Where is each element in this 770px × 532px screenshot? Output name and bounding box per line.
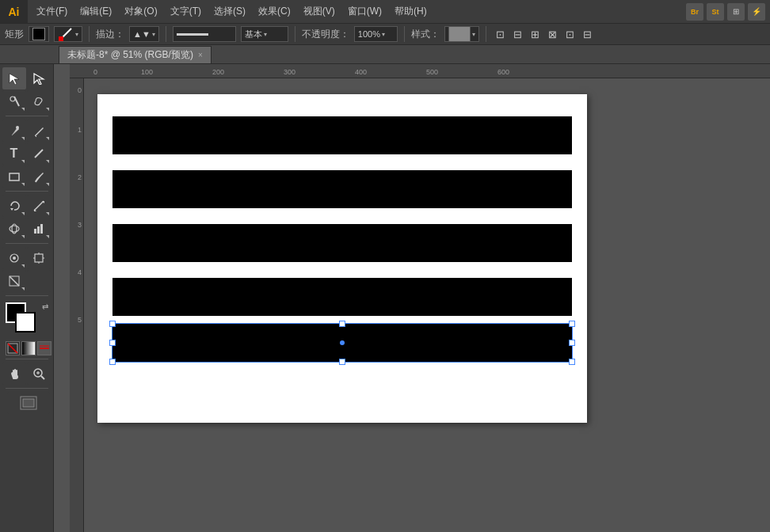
align-btn-1[interactable]: ⊡: [493, 26, 509, 42]
warp-tool[interactable]: [2, 218, 26, 240]
stroke-pen-icon: [58, 26, 74, 42]
tool-row-9: [2, 270, 51, 292]
stripe-4: [112, 278, 572, 316]
scale-tool[interactable]: [27, 195, 51, 217]
paintbrush-icon: [32, 170, 45, 183]
menu-view[interactable]: 视图(V): [298, 3, 341, 20]
handle-bm[interactable]: [339, 359, 345, 365]
pen-tool[interactable]: [2, 120, 26, 142]
stroke-type-arrow: ▾: [264, 31, 267, 38]
tab-close-btn[interactable]: ×: [198, 51, 203, 59]
svg-marker-10: [10, 208, 13, 211]
stripe-3: [112, 224, 572, 262]
stroke-type-box[interactable]: 基本 ▾: [241, 26, 288, 42]
workspace-icon[interactable]: ⊞: [727, 3, 745, 21]
search-icon[interactable]: ⚡: [748, 3, 765, 21]
pencil-icon: [32, 124, 45, 137]
zoom-tool[interactable]: [27, 363, 51, 385]
toolbar-sep-4: [6, 295, 48, 296]
swap-colors-icon[interactable]: ⇄: [42, 302, 48, 311]
stroke-size-arrow: ▾: [152, 31, 155, 38]
align-btn-5[interactable]: ⊡: [562, 26, 578, 42]
symbol-tool[interactable]: [2, 247, 26, 269]
ruler-v-mark-200: 2: [78, 173, 82, 181]
align-btn-2[interactable]: ⊟: [510, 26, 526, 42]
handle-mr[interactable]: [569, 340, 575, 346]
pattern-btn[interactable]: [37, 341, 51, 355]
handle-ml[interactable]: [109, 340, 116, 346]
menu-help[interactable]: 帮助(H): [389, 3, 433, 20]
rotate-tool[interactable]: [2, 195, 26, 217]
handle-tr[interactable]: [569, 321, 575, 327]
align-btn-3[interactable]: ⊞: [528, 26, 543, 42]
menu-text[interactable]: 文字(T): [165, 3, 207, 20]
stroke-type-label: 基本: [245, 28, 262, 40]
sep1: [89, 26, 90, 42]
ruler-mark-300: 300: [284, 68, 295, 76]
text-tool[interactable]: T: [2, 142, 26, 165]
gradient-btn[interactable]: [21, 341, 36, 355]
tool-row-4: T: [2, 142, 51, 165]
menu-file[interactable]: 文件(F): [31, 3, 73, 20]
text-arrow: [21, 160, 25, 163]
svg-point-5: [10, 97, 15, 101]
selected-stripe[interactable]: [112, 324, 572, 362]
svg-rect-37: [23, 399, 34, 407]
direct-select-tool[interactable]: [27, 67, 51, 89]
svg-marker-3: [34, 74, 44, 85]
menu-select[interactable]: 选择(S): [208, 3, 251, 20]
ruler-v-mark-400: 4: [78, 268, 82, 276]
handle-tl[interactable]: [109, 321, 116, 327]
text-icon: T: [10, 146, 18, 161]
stock-icon[interactable]: St: [707, 3, 724, 21]
svg-rect-1: [59, 36, 63, 41]
graph-tool[interactable]: [27, 218, 51, 240]
style-preview-box[interactable]: ▾: [444, 26, 479, 42]
pencil-tool[interactable]: [27, 120, 51, 142]
none-fill-btn[interactable]: [6, 341, 20, 355]
handle-tm[interactable]: [339, 321, 345, 327]
toolbar-sep-3: [6, 243, 48, 244]
select-tool[interactable]: [2, 67, 26, 89]
stroke-color-swatch[interactable]: [15, 312, 36, 332]
graph-icon: [32, 222, 45, 235]
arrange-tool[interactable]: [7, 392, 50, 414]
slice-tool[interactable]: [2, 270, 26, 292]
magic-wand-icon: [8, 95, 21, 108]
handle-bl[interactable]: [109, 359, 116, 365]
rectangle-tool[interactable]: [2, 165, 26, 188]
opacity-value: 100%: [358, 29, 380, 39]
tool-row-2: [2, 90, 51, 112]
menu-window[interactable]: 窗口(W): [342, 3, 387, 20]
options-bar: 矩形 ▾ 描边： ▲▼ ▾ 基本 ▾ 不透明度： 100% ▾ 样式： ▾ ⊡ …: [0, 23, 770, 45]
stroke-icon-box[interactable]: ▾: [54, 26, 82, 42]
slice-icon: [8, 275, 21, 287]
menu-object[interactable]: 对象(O): [119, 3, 162, 20]
tab-title: 未标题-8* @ 51% (RGB/预览): [67, 48, 193, 62]
menu-edit[interactable]: 编辑(E): [74, 3, 117, 20]
lasso-tool[interactable]: [27, 90, 51, 112]
handle-br[interactable]: [569, 359, 575, 365]
document-tab[interactable]: 未标题-8* @ 51% (RGB/预览) ×: [59, 46, 212, 63]
tool-arrow-2: [46, 108, 49, 111]
stroke-color-preview[interactable]: [173, 26, 236, 42]
svg-rect-9: [10, 173, 19, 180]
tool-row-5: [2, 165, 51, 188]
pen-icon: [8, 124, 21, 137]
tool-row-1: [2, 67, 51, 89]
paintbrush-tool[interactable]: [27, 165, 51, 188]
magic-wand-tool[interactable]: [2, 90, 26, 112]
hand-tool[interactable]: [2, 363, 26, 385]
stroke-size-box[interactable]: ▲▼ ▾: [129, 26, 159, 42]
align-btn-6[interactable]: ⊟: [580, 26, 596, 42]
none-icon: [7, 343, 18, 354]
svg-rect-16: [34, 229, 36, 234]
bridge-icon[interactable]: Br: [686, 3, 703, 21]
fill-color-box[interactable]: [29, 26, 49, 42]
menu-effect[interactable]: 效果(C): [253, 3, 296, 20]
align-btn-4[interactable]: ⊠: [545, 26, 561, 42]
artboard-tool[interactable]: [27, 247, 51, 269]
line-tool[interactable]: [27, 142, 51, 165]
opacity-box[interactable]: 100% ▾: [354, 26, 398, 42]
select-cursor-icon: [8, 72, 21, 85]
